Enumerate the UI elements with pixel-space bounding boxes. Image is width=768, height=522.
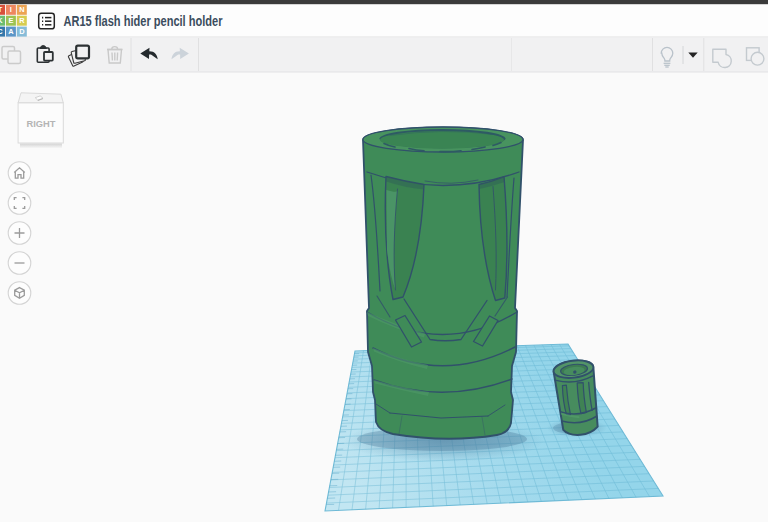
svg-text:D: D xyxy=(19,27,25,36)
svg-text:R: R xyxy=(19,16,25,25)
svg-text:N: N xyxy=(19,5,24,14)
svg-text:AR15 flash hider pencil holder: AR15 flash hider pencil holder xyxy=(64,13,223,29)
svg-text:I: I xyxy=(10,5,12,14)
svg-text:A: A xyxy=(8,27,14,36)
svg-text:RIGHT: RIGHT xyxy=(27,118,56,129)
svg-text:E: E xyxy=(8,16,13,25)
